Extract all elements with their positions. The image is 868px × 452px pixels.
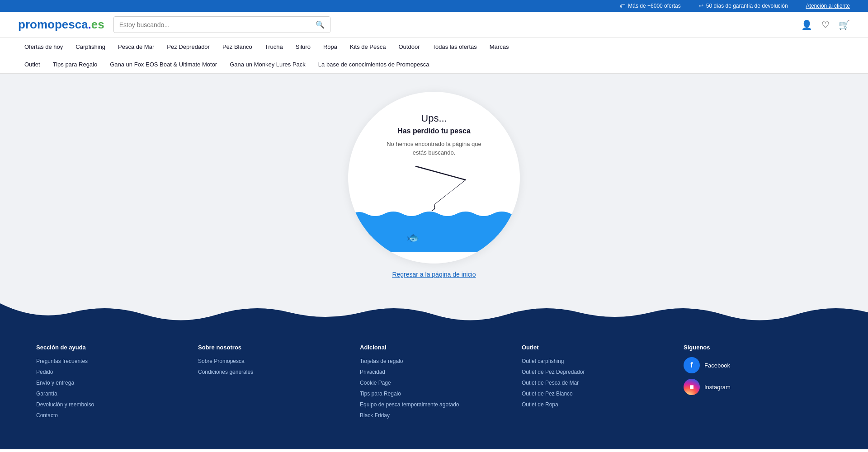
footer-outlet-section: Outlet Outlet carpfishing Outlet de Pez … <box>522 344 670 422</box>
footer-grid: Sección de ayuda Preguntas frecuentes Pe… <box>36 344 832 422</box>
footer-garantia-link[interactable]: Garantía <box>36 391 57 397</box>
nav-fox-eos[interactable]: Gana un Fox EOS Boat & Ultimate Motor <box>104 56 223 73</box>
nav-monkey-lures[interactable]: Gana un Monkey Lures Pack <box>223 56 312 73</box>
banner-offers: 🏷 Más de +6000 ofertas <box>620 3 680 9</box>
nav-trucha[interactable]: Trucha <box>259 38 289 56</box>
nav-row-2: Outlet Tips para Regalo Gana un Fox EOS … <box>18 56 850 73</box>
footer-about-heading: Sobre nosotros <box>198 344 346 351</box>
top-banner: 🏷 Más de +6000 ofertas ↩ 50 días de gara… <box>0 0 868 12</box>
footer-additional-heading: Adicional <box>360 344 508 351</box>
guarantee-icon: ↩ <box>699 3 703 9</box>
svg-line-1 <box>434 180 466 205</box>
facebook-label: Facebook <box>704 362 730 369</box>
nav-outlet[interactable]: Outlet <box>18 56 47 73</box>
search-button[interactable]: 🔍 <box>310 17 330 33</box>
wave-divider <box>0 303 868 326</box>
search-input[interactable] <box>114 18 310 32</box>
footer-social-heading: Síguenos <box>684 344 832 351</box>
nav-ofertas-hoy[interactable]: Ofertas de hoy <box>18 38 69 56</box>
nav-siluro[interactable]: Siluro <box>289 38 317 56</box>
footer-tarjetas-link[interactable]: Tarjetas de regalo <box>360 358 403 364</box>
guarantee-text: 50 días de garantía de devolución <box>706 3 788 9</box>
nav-row-1: Ofertas de hoy Carpfishing Pesca de Mar … <box>18 38 850 56</box>
nav-ropa[interactable]: Ropa <box>317 38 344 56</box>
nav-kits-de-pesca[interactable]: Kits de Pesca <box>344 38 392 56</box>
footer-faq-link[interactable]: Preguntas frecuentes <box>36 358 88 364</box>
cart-icon[interactable]: 🛒 <box>839 19 850 30</box>
footer-about-section: Sobre nosotros Sobre Promopesca Condicio… <box>198 344 346 422</box>
footer-cookie-link[interactable]: Cookie Page <box>360 380 391 386</box>
footer-social-section: Síguenos f Facebook ■ Instagram <box>684 344 832 422</box>
main-content: Ups... Has perdido tu pesca No hemos enc… <box>0 74 868 303</box>
instagram-button[interactable]: ■ Instagram <box>684 379 832 395</box>
footer-tips-regalo-link[interactable]: Tips para Regalo <box>360 391 401 397</box>
footer-sobre-promopesca-link[interactable]: Sobre Promopesca <box>198 358 245 364</box>
logo-dot: . <box>88 18 91 31</box>
offers-icon: 🏷 <box>620 3 625 9</box>
error-description: No hemos encontrado la página queestás b… <box>387 140 481 157</box>
error-title: Ups... <box>387 113 481 124</box>
footer-help-heading: Sección de ayuda <box>36 344 184 351</box>
wave-divider-svg <box>0 303 868 326</box>
back-link-container: Regresar a la página de inicio <box>385 264 483 285</box>
footer-outlet-pez-blanco-link[interactable]: Outlet de Pez Blanco <box>522 391 573 397</box>
footer-condiciones-link[interactable]: Condiciones generales <box>198 369 253 375</box>
nav-todas-las-ofertas[interactable]: Todas las ofertas <box>426 38 483 56</box>
footer-devolucion-link[interactable]: Devolución y reembolso <box>36 401 94 408</box>
nav-outdoor[interactable]: Outdoor <box>392 38 426 56</box>
instagram-label: Instagram <box>704 384 731 391</box>
nav-tips-regalo[interactable]: Tips para Regalo <box>47 56 104 73</box>
facebook-button[interactable]: f Facebook <box>684 357 832 373</box>
header-icons: 👤 ♡ 🛒 <box>801 19 850 30</box>
nav-pez-blanco[interactable]: Pez Blanco <box>216 38 259 56</box>
footer-additional-links: Tarjetas de regalo Privacidad Cookie Pag… <box>360 357 508 419</box>
footer-contacto-link[interactable]: Contacto <box>36 412 58 419</box>
footer-outlet-pez-depredador-link[interactable]: Outlet de Pez Depredador <box>522 369 585 375</box>
error-text-area: Ups... Has perdido tu pesca No hemos enc… <box>373 104 495 157</box>
footer-outlet-pesca-mar-link[interactable]: Outlet de Pesca de Mar <box>522 380 579 386</box>
footer-about-links: Sobre Promopesca Condiciones generales <box>198 357 346 375</box>
footer-outlet-carpfishing-link[interactable]: Outlet carpfishing <box>522 358 564 364</box>
back-to-home-link[interactable]: Regresar a la página de inicio <box>392 271 476 278</box>
attention-text: Atención al cliente <box>806 3 850 9</box>
footer-outlet-links: Outlet carpfishing Outlet de Pez Depreda… <box>522 357 670 408</box>
footer: Sección de ayuda Preguntas frecuentes Pe… <box>0 326 868 449</box>
nav-marcas[interactable]: Marcas <box>483 38 515 56</box>
nav-carpfishing[interactable]: Carpfishing <box>69 38 112 56</box>
footer-black-friday-link[interactable]: Black Friday <box>360 412 390 419</box>
nav-knowledge-base[interactable]: La base de conocimientos de Promopesca <box>312 56 436 73</box>
error-subtitle: Has perdido tu pesca <box>387 127 481 135</box>
footer-pedido-link[interactable]: Pedido <box>36 369 53 375</box>
offers-text: Más de +6000 ofertas <box>628 3 680 9</box>
logo-promo: promopesca <box>18 18 88 31</box>
error-circle: Ups... Has perdido tu pesca No hemos enc… <box>348 92 520 264</box>
footer-equipo-agotado-link[interactable]: Equipo de pesca temporalmente agotado <box>360 401 459 408</box>
wave-top-svg <box>348 207 520 221</box>
footer-additional-section: Adicional Tarjetas de regalo Privacidad … <box>360 344 508 422</box>
footer-outlet-ropa-link[interactable]: Outlet de Ropa <box>522 401 558 408</box>
logo-es: es <box>91 18 104 31</box>
footer-bottom: promopesca.es Comprar de manera fácil y … <box>0 449 868 452</box>
footer-help-links: Preguntas frecuentes Pedido Envío y entr… <box>36 357 184 419</box>
fishing-rod-svg <box>389 162 479 212</box>
footer-help-section: Sección de ayuda Preguntas frecuentes Pe… <box>36 344 184 422</box>
navigation: Ofertas de hoy Carpfishing Pesca de Mar … <box>0 38 868 74</box>
facebook-icon: f <box>684 357 700 373</box>
banner-attention-link[interactable]: Atención al cliente <box>806 3 850 9</box>
wishlist-icon[interactable]: ♡ <box>821 19 830 30</box>
footer-outlet-heading: Outlet <box>522 344 670 351</box>
footer-envio-link[interactable]: Envío y entrega <box>36 380 74 386</box>
account-icon[interactable]: 👤 <box>801 19 812 30</box>
banner-guarantee: ↩ 50 días de garantía de devolución <box>699 3 788 9</box>
nav-pesca-de-mar[interactable]: Pesca de Mar <box>112 38 160 56</box>
header: promopesca.es 🔍 👤 ♡ 🛒 <box>0 12 868 38</box>
footer-privacidad-link[interactable]: Privacidad <box>360 369 385 375</box>
svg-line-0 <box>416 166 466 180</box>
instagram-icon: ■ <box>684 379 700 395</box>
search-bar: 🔍 <box>113 16 330 33</box>
nav-pez-depredador[interactable]: Pez Depredador <box>160 38 216 56</box>
logo[interactable]: promopesca.es <box>18 18 104 32</box>
